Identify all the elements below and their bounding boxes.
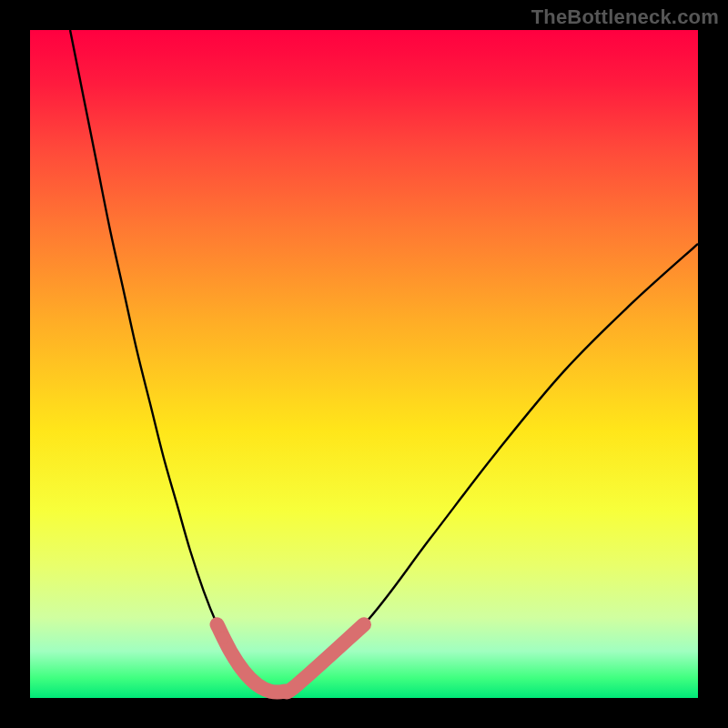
bottleneck-curve [70,30,698,693]
curve-svg [30,30,698,698]
accent-segment [217,624,364,692]
plot-area [30,30,698,698]
watermark-text: TheBottleneck.com [531,5,719,29]
accent-dot [217,632,230,644]
chart-frame: TheBottleneck.com [0,0,728,728]
